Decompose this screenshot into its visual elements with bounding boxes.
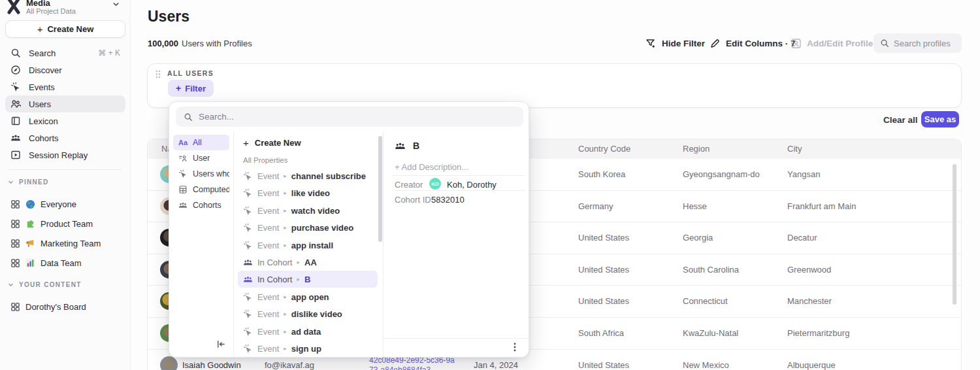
add-filter-button[interactable]: + Filter	[168, 80, 214, 97]
sidebar-item-lexicon[interactable]: Lexicon	[5, 112, 125, 129]
event-spark-icon	[243, 292, 253, 302]
table-scrollbar[interactable]	[953, 164, 956, 305]
board-label: Data Team	[41, 258, 82, 268]
cell-city: Pietermaritzburg	[787, 318, 849, 350]
sidebar-board-everyone[interactable]: Everyone	[5, 194, 125, 214]
column-header-region[interactable]: Region	[683, 139, 710, 159]
create-new-label: Create New	[47, 24, 93, 34]
sidebar-item-discover[interactable]: Discover	[5, 61, 125, 78]
cell-city: Greenwood	[787, 254, 831, 286]
category-label: Users who di...	[193, 169, 229, 178]
cohort-detail-panel: B + Add Description... Creator KD Koh, D…	[383, 132, 529, 357]
property-item-event[interactable]: Event▸purchase video	[238, 219, 378, 236]
sidebar-item-users[interactable]: Users	[5, 95, 125, 112]
popup-search-input[interactable]	[199, 112, 515, 122]
cohort-title: B	[413, 141, 419, 151]
category-user[interactable]: User	[173, 150, 229, 166]
cohort-id-value: 5832010	[431, 195, 465, 205]
edit-columns-button[interactable]: Edit Columns · 7	[710, 38, 796, 49]
user-count-label[interactable]: Users with Profiles	[182, 39, 252, 48]
profile-badge-icon	[791, 38, 802, 49]
search-icon	[184, 112, 193, 122]
popup-create-new-label: Create New	[255, 138, 301, 148]
all-properties-label: All Properties	[243, 156, 287, 164]
sidebar-item-label: Discover	[29, 65, 62, 75]
column-header-country-code[interactable]: Country Code	[578, 139, 630, 159]
divider	[393, 175, 525, 176]
popup-create-new-button[interactable]: + Create New	[243, 135, 301, 150]
property-item-event[interactable]: Event▸sign up	[238, 340, 378, 357]
globe-emoji-icon	[25, 199, 35, 209]
popup-search-box	[176, 107, 523, 127]
megaphone-emoji-icon	[25, 239, 35, 248]
arrow-right-icon: ▸	[284, 224, 287, 231]
search-icon	[880, 39, 889, 48]
pinned-section-header[interactable]: PINNED	[0, 178, 131, 186]
board-grid-icon	[10, 199, 20, 209]
profiles-search-box	[874, 33, 962, 53]
sidebar-item-cohorts[interactable]: Cohorts	[5, 129, 125, 146]
category-all[interactable]: Aa All	[173, 135, 229, 150]
sidebar-item-label: Lexicon	[29, 116, 58, 126]
collapse-panel-icon[interactable]	[216, 339, 226, 349]
sidebar-item-events[interactable]: Events	[5, 78, 125, 95]
save-as-button[interactable]: Save as	[921, 111, 959, 127]
arrow-right-icon: ▸	[284, 173, 287, 179]
chevron-down-icon	[8, 282, 14, 288]
property-item-event[interactable]: Event▸watch video	[238, 202, 378, 219]
sidebar-board-marketing-team[interactable]: Marketing Team	[5, 233, 125, 253]
item-prefix: Event	[257, 171, 279, 181]
item-name: dislike video	[291, 309, 342, 319]
sidebar-item-label: Session Replay	[29, 150, 88, 160]
property-item-event[interactable]: Event▸like video	[238, 184, 378, 201]
hide-filter-button[interactable]: Hide Filter	[645, 38, 705, 49]
item-name: app open	[291, 292, 329, 302]
cell-country: Germany	[578, 191, 613, 223]
property-item-event[interactable]: Event▸app open	[238, 288, 378, 305]
column-header-city[interactable]: City	[787, 139, 802, 159]
add-edit-profile-label: Add/Edit Profile	[807, 39, 873, 48]
item-name: app install	[291, 241, 333, 250]
popup-scrollbar[interactable]	[378, 136, 382, 242]
search-shortcut: ⌘ + K	[98, 48, 120, 58]
add-description-button[interactable]: + Add Description...	[395, 162, 468, 172]
sidebar-board-product-team[interactable]: Product Team	[5, 214, 125, 233]
pinned-label: PINNED	[19, 178, 49, 186]
property-item-event[interactable]: Event▸dislike video	[238, 305, 378, 322]
hide-filter-label: Hide Filter	[662, 39, 705, 48]
category-users-who-did[interactable]: Users who di...	[173, 166, 229, 182]
arrow-right-icon: ▸	[284, 311, 287, 317]
clear-all-button[interactable]: Clear all	[883, 115, 918, 125]
creator-avatar: KD	[429, 178, 441, 190]
chevron-down-icon[interactable]	[112, 1, 120, 8]
create-new-button[interactable]: + Create New	[5, 20, 125, 38]
property-item-cohort[interactable]: In Cohort▸AA	[238, 254, 378, 271]
sidebar-item-search[interactable]: Search ⌘ + K	[5, 44, 125, 61]
item-prefix: Event	[257, 188, 279, 198]
sidebar-board-data-team[interactable]: Data Team	[5, 253, 125, 273]
puzzle-emoji-icon	[25, 219, 35, 229]
avatar	[160, 356, 178, 370]
event-spark-icon	[243, 188, 253, 198]
drag-handle-icon[interactable]	[155, 70, 161, 78]
property-item-cohort-b-selected[interactable]: In Cohort▸B	[238, 271, 378, 288]
divider	[393, 190, 525, 191]
category-cohorts[interactable]: Cohorts	[173, 197, 229, 213]
property-item-event[interactable]: Event▸ad data	[238, 323, 378, 340]
item-prefix: Event	[257, 309, 279, 319]
more-options-icon[interactable]	[510, 342, 519, 352]
cell-country: United States	[578, 254, 629, 286]
page-title: Users	[148, 8, 189, 25]
your-content-section-header[interactable]: YOUR CONTENT	[0, 281, 131, 288]
item-prefix: Event	[257, 206, 279, 216]
add-edit-profile-button[interactable]: Add/Edit Profile	[791, 38, 873, 49]
property-item-event[interactable]: Event▸channel subscribe	[238, 167, 378, 184]
arrow-right-icon: ▸	[284, 190, 287, 196]
profiles-search-input[interactable]	[894, 39, 955, 48]
sidebar-board-dorothys-board[interactable]: Dorothy's Board	[5, 297, 125, 316]
your-content-list: Dorothy's Board	[0, 297, 131, 316]
sidebar-item-session-replay[interactable]: Session Replay	[5, 146, 125, 163]
property-item-event[interactable]: Event▸app install	[238, 237, 378, 254]
item-prefix: Event	[257, 344, 279, 354]
category-computed[interactable]: Computed	[173, 182, 229, 197]
